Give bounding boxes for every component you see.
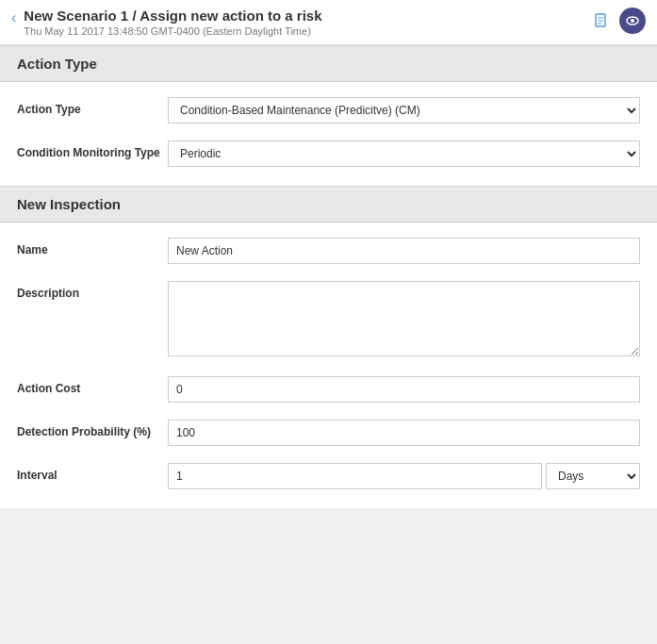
detection-probability-input[interactable] bbox=[168, 420, 640, 446]
description-control bbox=[168, 281, 640, 359]
action-cost-input[interactable] bbox=[168, 376, 640, 403]
svg-point-5 bbox=[631, 19, 634, 23]
page-header: ‹ New Scenario 1 / Assign new action to … bbox=[0, 0, 657, 45]
name-row: Name bbox=[17, 238, 640, 264]
new-inspection-section-header: New Inspection bbox=[0, 186, 657, 223]
header-text: New Scenario 1 / Assign new action to a … bbox=[24, 8, 321, 37]
page-title: New Scenario 1 / Assign new action to a … bbox=[24, 8, 321, 24]
description-row: Description bbox=[17, 281, 640, 359]
interval-row: Interval Days Hours Weeks Months Years bbox=[17, 463, 640, 489]
detection-probability-control bbox=[168, 420, 640, 446]
header-left: ‹ New Scenario 1 / Assign new action to … bbox=[11, 8, 322, 37]
header-icons bbox=[587, 8, 646, 34]
action-type-heading: Action Type bbox=[17, 56, 640, 72]
condition-monitoring-select[interactable]: Periodic bbox=[168, 140, 640, 167]
action-type-section-header: Action Type bbox=[0, 45, 657, 82]
interval-value-input[interactable] bbox=[168, 463, 542, 489]
name-label: Name bbox=[17, 238, 168, 256]
action-type-label: Action Type bbox=[17, 97, 168, 116]
description-textarea[interactable] bbox=[168, 281, 640, 356]
eye-icon-button[interactable] bbox=[619, 8, 646, 34]
action-type-control: Condition-Based Maintenance (Predicitve)… bbox=[168, 97, 640, 124]
document-icon-button[interactable] bbox=[587, 8, 614, 34]
detection-probability-label: Detection Probability (%) bbox=[17, 420, 168, 438]
interval-unit-select[interactable]: Days Hours Weeks Months Years bbox=[546, 463, 640, 489]
condition-monitoring-label: Condition Monitoring Type bbox=[17, 140, 168, 159]
action-type-form: Action Type Condition-Based Maintenance … bbox=[0, 82, 657, 186]
page-subtitle: Thu May 11 2017 13:48:50 GMT-0400 (Easte… bbox=[24, 25, 321, 37]
action-type-row: Action Type Condition-Based Maintenance … bbox=[17, 97, 640, 124]
new-inspection-heading: New Inspection bbox=[17, 196, 640, 212]
condition-monitoring-row: Condition Monitoring Type Periodic bbox=[17, 140, 640, 167]
document-icon bbox=[593, 13, 608, 28]
action-cost-row: Action Cost bbox=[17, 376, 640, 403]
main-content: Action Type Action Type Condition-Based … bbox=[0, 45, 657, 644]
interval-control: Days Hours Weeks Months Years bbox=[168, 463, 640, 489]
name-input[interactable] bbox=[168, 238, 640, 264]
back-button[interactable]: ‹ bbox=[11, 9, 16, 26]
condition-monitoring-control: Periodic bbox=[168, 140, 640, 167]
eye-icon bbox=[625, 13, 640, 28]
interval-group: Days Hours Weeks Months Years bbox=[168, 463, 640, 489]
name-control bbox=[168, 238, 640, 264]
new-inspection-form: Name Description Action Cost Detection P… bbox=[0, 223, 657, 508]
description-label: Description bbox=[17, 281, 168, 300]
action-cost-label: Action Cost bbox=[17, 376, 168, 395]
action-type-select[interactable]: Condition-Based Maintenance (Predicitve)… bbox=[168, 97, 640, 124]
interval-label: Interval bbox=[17, 463, 168, 482]
action-cost-control bbox=[168, 376, 640, 403]
detection-probability-row: Detection Probability (%) bbox=[17, 420, 640, 446]
